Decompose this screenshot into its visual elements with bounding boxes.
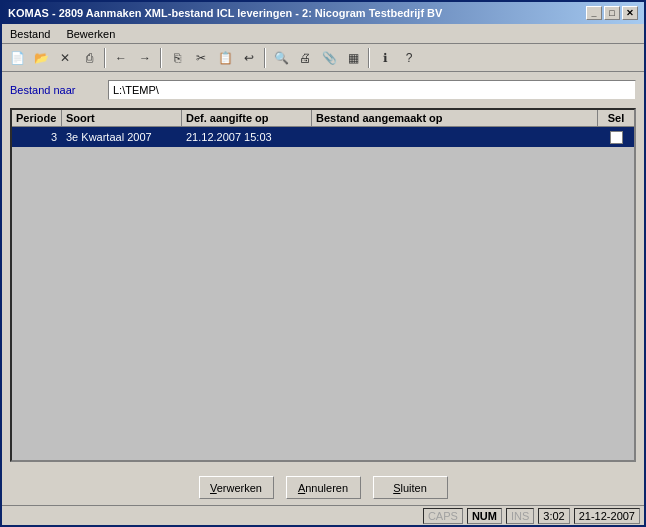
tb-paste-button[interactable]: 📋 <box>214 47 236 69</box>
tb-print2-button[interactable]: 🖨 <box>294 47 316 69</box>
maximize-button[interactable]: □ <box>604 6 620 20</box>
main-window: KOMAS - 2809 Aanmaken XML-bestand ICL le… <box>0 0 646 527</box>
tb-find-button[interactable]: 🔍 <box>270 47 292 69</box>
toolbar-separator-2 <box>160 48 162 68</box>
tb-delete-button[interactable]: ✕ <box>54 47 76 69</box>
annuleren-button[interactable]: Annuleren <box>286 476 361 499</box>
sluiten-button[interactable]: Sluiten <box>373 476 448 499</box>
tb-info-button[interactable]: ℹ <box>374 47 396 69</box>
toolbar-separator-3 <box>264 48 266 68</box>
status-ins: INS <box>506 508 534 524</box>
tb-print-button[interactable]: ⎙ <box>78 47 100 69</box>
status-num: NUM <box>467 508 502 524</box>
close-button[interactable]: ✕ <box>622 6 638 20</box>
sel-checkbox[interactable]: ✓ <box>610 131 623 144</box>
tb-new-button[interactable]: 📄 <box>6 47 28 69</box>
title-bar: KOMAS - 2809 Aanmaken XML-bestand ICL le… <box>2 2 644 24</box>
table-row[interactable]: 3 3e Kwartaal 2007 21.12.2007 15:03 ✓ <box>12 127 634 147</box>
cell-sel[interactable]: ✓ <box>598 130 634 145</box>
tb-open-button[interactable]: 📂 <box>30 47 52 69</box>
bestand-naar-row: Bestand naar <box>10 80 636 100</box>
main-content: Bestand naar Periode Soort Def. aangifte… <box>2 72 644 470</box>
tb-undo-button[interactable]: ↩ <box>238 47 260 69</box>
window-title: KOMAS - 2809 Aanmaken XML-bestand ICL le… <box>8 7 586 19</box>
col-header-periode: Periode <box>12 110 62 126</box>
tb-forward-button[interactable]: → <box>134 47 156 69</box>
minimize-button[interactable]: _ <box>586 6 602 20</box>
cell-soort: 3e Kwartaal 2007 <box>62 130 182 144</box>
status-date: 21-12-2007 <box>574 508 640 524</box>
cell-bestand-aangemaakt <box>312 136 598 138</box>
col-header-soort: Soort <box>62 110 182 126</box>
tb-help-button[interactable]: ? <box>398 47 420 69</box>
button-bar: Verwerken Annuleren Sluiten <box>2 470 644 505</box>
window-controls: _ □ ✕ <box>586 6 638 20</box>
menu-bar: Bestand Bewerken <box>2 24 644 44</box>
tb-back-button[interactable]: ← <box>110 47 132 69</box>
menu-bewerken[interactable]: Bewerken <box>62 27 119 41</box>
status-caps: CAPS <box>423 508 463 524</box>
bestand-naar-label: Bestand naar <box>10 84 100 96</box>
cell-periode: 3 <box>12 130 62 144</box>
bestand-naar-input[interactable] <box>108 80 636 100</box>
col-header-def: Def. aangifte op <box>182 110 312 126</box>
col-header-bestand: Bestand aangemaakt op <box>312 110 598 126</box>
tb-copy-button[interactable]: ⎘ <box>166 47 188 69</box>
toolbar: 📄 📂 ✕ ⎙ ← → ⎘ ✂ 📋 ↩ 🔍 🖨 📎 ▦ ℹ ? <box>2 44 644 72</box>
tb-cut-button[interactable]: ✂ <box>190 47 212 69</box>
tb-attach-button[interactable]: 📎 <box>318 47 340 69</box>
status-bar: CAPS NUM INS 3:02 21-12-2007 <box>2 505 644 525</box>
menu-bestand[interactable]: Bestand <box>6 27 54 41</box>
col-header-sel: Sel <box>598 110 634 126</box>
table-body: 3 3e Kwartaal 2007 21.12.2007 15:03 ✓ <box>12 127 634 460</box>
status-time: 3:02 <box>538 508 569 524</box>
tb-table-button[interactable]: ▦ <box>342 47 364 69</box>
toolbar-separator-4 <box>368 48 370 68</box>
table-container: Periode Soort Def. aangifte op Bestand a… <box>10 108 636 462</box>
table-header: Periode Soort Def. aangifte op Bestand a… <box>12 110 634 127</box>
toolbar-separator-1 <box>104 48 106 68</box>
verwerken-button[interactable]: Verwerken <box>199 476 274 499</box>
cell-def-aangifte: 21.12.2007 15:03 <box>182 130 312 144</box>
